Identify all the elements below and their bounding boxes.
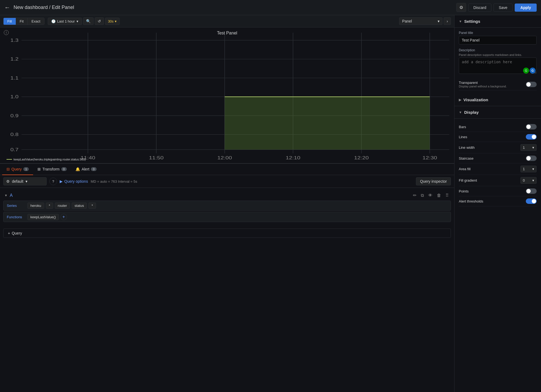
refresh-interval-button[interactable]: 30s ▾ [105,18,120,25]
exact-button[interactable]: Exact [28,18,44,25]
main-layout: Fill Fit Exact 🕐 Last 1 hour ▾ 🔍 ↺ 30s ▾… [0,15,541,392]
alert-tab-label: Alert [82,167,90,171]
tag-heroku[interactable]: heroku [27,203,44,209]
transparent-info: Transparent Display panel without a back… [459,81,507,88]
area-fill-value: 1 [523,167,525,171]
panel-expand-button[interactable]: › [444,17,451,25]
query-tab-icon: ⊟ [7,167,10,171]
settings-section-header[interactable]: ▼ Settings [454,15,541,28]
panel-title-input[interactable] [459,36,537,45]
refresh-button[interactable]: ↺ [95,17,104,25]
query-tabs: ⊟ Query 1 ⊞ Transform 0 🔔 Alert 0 [0,164,454,175]
query-tab-label: Query [11,167,22,171]
settings-button[interactable]: ⚙ [456,3,466,12]
grammarly-pro-icon: G [530,68,536,74]
chart-info-icon: i [4,30,9,35]
svg-text:0.8: 0.8 [10,132,18,137]
datasource-select[interactable]: ⚙ default ▾ [3,177,47,185]
tag-wildcard-1[interactable]: * [46,203,53,209]
transparent-toggle[interactable] [526,82,537,87]
line-width-select[interactable]: 1 ▾ [520,144,537,151]
query-options-toggle[interactable]: ▶ Query options [60,179,88,184]
discard-button[interactable]: Discard [468,4,491,12]
svg-text:1.0: 1.0 [10,94,18,99]
line-width-label: Line width [459,146,475,150]
area-fill-select[interactable]: 1 ▾ [520,166,537,172]
description-hint: Panel description supports markdown and … [459,53,537,56]
panel-type-chevron: ▾ [438,19,440,23]
points-toggle[interactable] [526,188,537,194]
chevron-down-icon: ▾ [77,19,78,23]
alert-tab-icon: 🔔 [75,167,80,171]
query-drag-button[interactable]: ⠿ [444,192,450,198]
tag-router[interactable]: router [55,203,70,209]
description-field: Description Panel description supports m… [459,48,537,75]
display-section-header[interactable]: ▼ Display [454,106,541,119]
tag-wildcard-2[interactable]: * [88,203,96,209]
tag-heroku-text: heroku [30,204,41,208]
area-fill-chevron: ▾ [532,167,534,171]
back-button[interactable]: ← [4,5,10,11]
points-label: Points [459,189,469,193]
function-chip[interactable]: keepLastValue() [27,214,59,220]
bars-toggle[interactable] [526,124,537,129]
bars-row: Bars [459,122,537,132]
lines-slider [526,134,537,140]
left-panel: Fill Fit Exact 🕐 Last 1 hour ▾ 🔍 ↺ 30s ▾… [0,15,454,392]
panel-type-label: Panel [402,19,412,23]
visualization-section-header[interactable]: ▶ Visualization [454,94,541,106]
chart-title: Test Panel [217,31,237,36]
zoom-out-button[interactable]: 🔍 [83,17,94,25]
transform-tab-icon: ⊞ [37,167,41,171]
lines-toggle[interactable] [526,134,537,140]
query-eye-button[interactable]: 👁 [427,192,434,198]
transparent-slider [526,82,537,87]
add-query-icon: + [8,231,10,235]
tab-transform[interactable]: ⊞ Transform 0 [33,164,71,175]
display-chevron: ▼ [459,110,462,114]
add-function-button[interactable]: + [61,214,67,220]
tag-wildcard-2-text: * [91,204,93,208]
tab-query[interactable]: ⊟ Query 1 [2,164,33,175]
alert-thresholds-label: Alert thresholds [459,199,483,203]
query-a-label: A [10,193,13,198]
query-collapse-icon[interactable]: ▼ [4,194,8,197]
save-button[interactable]: Save [494,4,513,12]
query-delete-button[interactable]: 🗑 [436,192,442,198]
series-row: Series heroku * router status * [3,201,451,211]
svg-text:12:10: 12:10 [286,155,300,160]
tag-status[interactable]: status [72,203,87,209]
query-row-a-header: ▼ A ✏ ⧉ 👁 🗑 ⠿ [3,190,451,201]
datasource-icon: ⚙ [6,179,10,184]
visualization-section-label: Visualization [463,97,488,102]
fill-button[interactable]: Fill [4,18,16,25]
tab-alert[interactable]: 🔔 Alert 0 [71,164,101,175]
area-fill-row: Area fill 1 ▾ [459,163,537,175]
staircase-toggle[interactable] [526,156,537,161]
topbar: ← New dashboard / Edit Panel ⚙ Discard S… [0,0,541,15]
apply-button[interactable]: Apply [515,4,537,12]
fit-button[interactable]: Fit [16,18,28,25]
area-fill-label: Area fill [459,167,470,171]
query-inspector-button[interactable]: Query inspector [416,177,451,185]
bars-slider [526,124,537,129]
display-section-label: Display [464,110,479,115]
settings-chevron: ▼ [459,20,462,23]
points-slider [526,188,537,194]
panel-type-select[interactable]: Panel ▾ [399,17,443,25]
staircase-row: Staircase [459,153,537,163]
series-label: Series [7,204,26,208]
display-section-body: Bars Lines Line width 1 ▾ [454,119,541,210]
query-edit-button[interactable]: ✏ [412,192,418,198]
help-button[interactable]: ? [49,178,57,185]
staircase-label: Staircase [459,156,473,160]
functions-label: Functions [7,215,26,219]
svg-marker-26 [225,97,430,150]
query-copy-button[interactable]: ⧉ [420,192,425,198]
datasource-chevron: ▾ [26,179,27,184]
fill-gradient-select[interactable]: 0 ▾ [520,177,537,184]
time-range-button[interactable]: 🕐 Last 1 hour ▾ [48,18,82,25]
alert-thresholds-row: Alert thresholds [459,196,537,206]
alert-thresholds-toggle[interactable] [526,198,537,204]
add-query-button[interactable]: + Query [3,229,451,238]
